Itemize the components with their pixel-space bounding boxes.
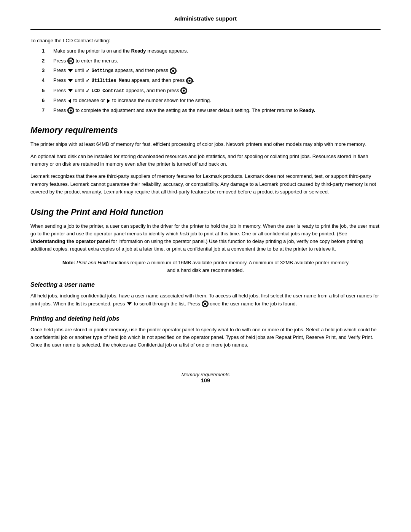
checkmark-icon: ✓ bbox=[86, 77, 90, 85]
list-item: 6 Press to decrease or to increase the n… bbox=[42, 97, 381, 104]
select-icon bbox=[202, 300, 209, 307]
header-divider bbox=[30, 29, 381, 30]
steps-list: 1 Make sure the printer is on and the Re… bbox=[42, 47, 381, 114]
intro-text: To change the LCD Contrast setting: bbox=[30, 38, 381, 43]
operator-panel-bold: Understanding the operator panel bbox=[30, 238, 110, 244]
list-item: 2 Press to enter the menus. bbox=[42, 57, 381, 65]
step-number: 7 bbox=[42, 107, 53, 114]
left-arrow-icon bbox=[68, 99, 71, 103]
note-text: Print and Hold functions require a minim… bbox=[76, 260, 349, 273]
select-icon bbox=[186, 77, 193, 84]
code-text: LCD Contrast bbox=[92, 88, 124, 94]
sub1-para: All held jobs, including confidential jo… bbox=[30, 292, 381, 307]
select-icon bbox=[170, 67, 177, 74]
checkmark-icon: ✓ bbox=[86, 67, 90, 75]
held-italic: held bbox=[180, 231, 189, 236]
sub2-para: Once held jobs are stored in printer mem… bbox=[30, 326, 381, 349]
step-number: 6 bbox=[42, 97, 53, 104]
page-header: Administrative support bbox=[30, 15, 381, 22]
step-number: 4 bbox=[42, 77, 53, 84]
svg-point-7 bbox=[188, 80, 190, 81]
memory-para1: The printer ships with at least 64MB of … bbox=[30, 141, 381, 148]
checkmark-icon: ✓ bbox=[86, 87, 90, 95]
page-footer: Memory requirements 109 bbox=[30, 372, 381, 383]
footer-page-number: 109 bbox=[30, 377, 381, 383]
ready-bold: Ready bbox=[131, 48, 146, 54]
print-hold-section-heading: Using the Print and Hold function bbox=[30, 207, 381, 217]
down-arrow-icon bbox=[68, 79, 73, 82]
header-title: Administrative support bbox=[174, 15, 237, 22]
down-arrow-icon bbox=[68, 89, 73, 92]
svg-point-13 bbox=[204, 303, 206, 305]
note-label: Note: bbox=[62, 260, 75, 265]
menu-icon bbox=[67, 58, 74, 64]
svg-point-5 bbox=[172, 70, 174, 72]
code-text: Utilities Menu bbox=[92, 78, 130, 83]
memory-para3: Lexmark recognizes that there are third-… bbox=[30, 173, 381, 195]
sub-heading-printing-deleting: Printing and deleting held jobs bbox=[30, 315, 381, 322]
select-icon bbox=[67, 107, 74, 114]
list-item: 3 Press until ✓ Settings appears, and th… bbox=[42, 67, 381, 74]
memory-section-heading: Memory requirements bbox=[30, 125, 381, 135]
footer-title: Memory requirements bbox=[30, 372, 381, 377]
step-content: Press to enter the menus. bbox=[53, 57, 381, 65]
step-content: Press to decrease or to increase the num… bbox=[53, 97, 381, 104]
print-hold-para1: When sending a job to the printer, a use… bbox=[30, 222, 381, 253]
step-number: 3 bbox=[42, 67, 53, 74]
code-text: Settings bbox=[92, 68, 114, 73]
select-icon bbox=[180, 87, 187, 94]
step-content: Press to complete the adjustment and sav… bbox=[53, 107, 381, 114]
svg-point-9 bbox=[183, 90, 185, 92]
list-item: 1 Make sure the printer is on and the Re… bbox=[42, 47, 381, 55]
step-content: Press until ✓ LCD Contrast appears, and … bbox=[53, 87, 381, 94]
memory-para2: An optional hard disk can be installed f… bbox=[30, 153, 381, 168]
list-item: 4 Press until ✓ Utilities Menu appears, … bbox=[42, 77, 381, 84]
note-box: Note: Print and Hold functions require a… bbox=[61, 259, 350, 274]
ready-bold: Ready. bbox=[299, 107, 315, 113]
right-arrow-icon bbox=[107, 99, 110, 103]
sub-heading-user-name: Selecting a user name bbox=[30, 281, 381, 288]
down-arrow-icon bbox=[127, 302, 132, 305]
step-number: 2 bbox=[42, 57, 53, 65]
step-content: Make sure the printer is on and the Read… bbox=[53, 47, 381, 55]
list-item: 5 Press until ✓ LCD Contrast appears, an… bbox=[42, 87, 381, 94]
step-content: Press until ✓ Utilities Menu appears, an… bbox=[53, 77, 381, 84]
list-item: 7 Press to complete the adjustment and s… bbox=[42, 107, 381, 114]
step-number: 1 bbox=[42, 47, 53, 55]
step-number: 5 bbox=[42, 87, 53, 94]
svg-point-11 bbox=[70, 109, 72, 111]
down-arrow-icon bbox=[68, 69, 73, 72]
step-content: Press until ✓ Settings appears, and then… bbox=[53, 67, 381, 74]
